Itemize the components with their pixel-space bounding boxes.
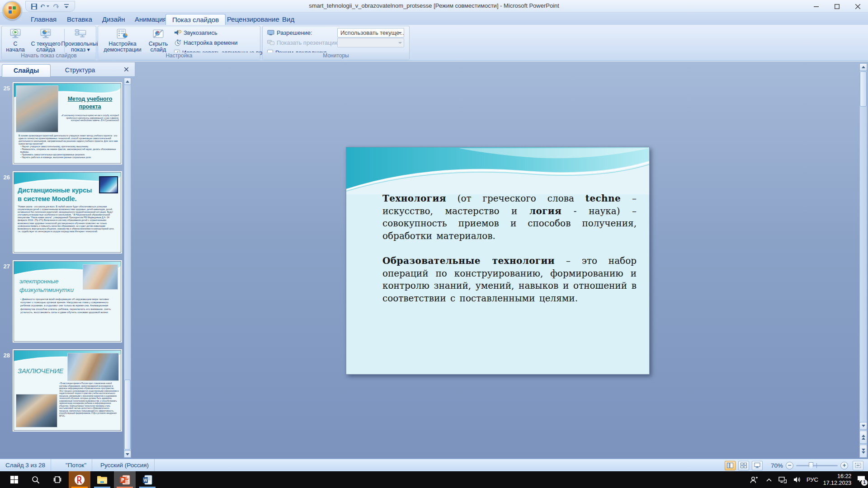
tab-glavnaya[interactable]: Главная bbox=[24, 14, 63, 25]
thumbnails-scroll-down-button[interactable] bbox=[124, 450, 131, 458]
network-tray-icon[interactable] bbox=[776, 471, 789, 488]
customize-qat-button[interactable] bbox=[62, 2, 71, 11]
from-current-slide-button[interactable]: С текущего слайда bbox=[29, 28, 62, 53]
file-explorer-taskbar-button[interactable] bbox=[91, 471, 113, 488]
ribbon-tab-row: Главная Вставка Дизайн Анимация Показ сл… bbox=[0, 13, 868, 25]
zoom-slider-handle[interactable] bbox=[809, 462, 813, 469]
fit-to-window-button[interactable] bbox=[853, 461, 863, 470]
custom-slideshow-button[interactable]: Произвольный показ ▾ bbox=[66, 28, 95, 53]
window-title: smart_tehnologii_v_obrazovatelnom_protse… bbox=[181, 0, 687, 12]
show-on-dropdown bbox=[337, 38, 404, 47]
slide-text-paragraph-2[interactable]: Образовательные технологии – это набор о… bbox=[382, 255, 637, 305]
slide28-photo-classroom bbox=[67, 353, 119, 381]
notification-badge: 1 bbox=[861, 479, 868, 486]
thumbnails-scrollbar-thumb[interactable] bbox=[124, 380, 131, 450]
group-monitors: Разрешение: Использовать текуще... Показ… bbox=[262, 26, 410, 60]
setup-slideshow-button[interactable]: Настройка демонстрации bbox=[102, 28, 143, 53]
slide-text-paragraph-1[interactable]: Технология (от греческого слова techne –… bbox=[382, 192, 637, 242]
slide26-clipart-computer bbox=[99, 176, 118, 193]
tab-outline[interactable]: Структура bbox=[52, 64, 108, 77]
theme-name[interactable]: "Поток" bbox=[60, 459, 92, 472]
slide-counter[interactable]: Слайд 3 из 28 bbox=[0, 459, 51, 472]
group-start-slideshow: С начала С текущего слайда Произвольный … bbox=[1, 26, 96, 60]
yandex-browser-icon bbox=[74, 474, 85, 485]
start-button[interactable] bbox=[4, 471, 24, 488]
show-on-monitor-icon bbox=[267, 40, 274, 46]
zoom-slider[interactable] bbox=[796, 465, 838, 466]
tab-pokaz-slaydov[interactable]: Показ слайдов bbox=[165, 14, 226, 25]
tab-vstavka[interactable]: Вставка bbox=[61, 14, 99, 25]
save-button[interactable] bbox=[29, 2, 38, 11]
group-label-setup: Настройка bbox=[98, 52, 260, 60]
slide27-photo-children bbox=[83, 264, 118, 290]
word-icon bbox=[142, 475, 152, 485]
show-presentation-on-row: Показать презентацию на: bbox=[267, 38, 349, 47]
main-scroll-down-button[interactable] bbox=[859, 422, 867, 430]
yandex-browser-taskbar-button[interactable] bbox=[69, 471, 90, 488]
slide-canvas[interactable]: Технология (от греческого слова techne –… bbox=[346, 147, 650, 375]
normal-view-button[interactable] bbox=[725, 461, 736, 470]
record-narration-button[interactable]: Звукозапись bbox=[174, 28, 217, 37]
zoom-level[interactable]: 70% bbox=[771, 462, 783, 469]
thumbnail-slide-25[interactable]: Метод учебного проекта «К школьнику отно… bbox=[14, 83, 121, 164]
tab-vid[interactable]: Вид bbox=[276, 14, 301, 25]
task-view-button[interactable] bbox=[47, 471, 68, 488]
resolution-dropdown[interactable]: Использовать текуще... bbox=[337, 28, 404, 38]
maximize-button[interactable] bbox=[826, 0, 847, 13]
tray-time: 16:22 bbox=[823, 473, 852, 480]
dropdown-arrow-icon bbox=[398, 42, 402, 44]
thumbnails-scroll-up-button[interactable] bbox=[124, 78, 131, 85]
title-bar: smart_tehnologii_v_obrazovatelnom_protse… bbox=[0, 0, 868, 13]
previous-slide-button[interactable] bbox=[859, 431, 867, 444]
tab-dizayn[interactable]: Дизайн bbox=[96, 14, 131, 25]
group-setup: Настройка демонстрации Скрыть слайд Звук… bbox=[98, 26, 260, 60]
volume-tray-icon[interactable] bbox=[790, 471, 804, 488]
people-tray-icon[interactable] bbox=[747, 471, 761, 488]
ribbon: С начала С текущего слайда Произвольный … bbox=[0, 25, 868, 61]
input-language-indicator[interactable]: РУС bbox=[805, 471, 820, 488]
clock-tray[interactable]: 16:22 17.12.2023 bbox=[821, 471, 854, 488]
redo-button[interactable] bbox=[51, 2, 60, 11]
rehearse-timings-button[interactable]: Настройка времени bbox=[174, 38, 238, 47]
thumbnail-slide-28[interactable]: ЗАКЛЮЧЕНИЕ • В настоящее время в России … bbox=[14, 350, 121, 431]
slide27-title: электронные физкультминутки bbox=[19, 277, 83, 294]
from-beginning-button[interactable]: С начала bbox=[4, 28, 27, 53]
thumbnail-slide-27[interactable]: электронные физкультминутки • Девяносто … bbox=[14, 261, 121, 342]
slideshow-view-button[interactable] bbox=[752, 461, 763, 470]
powerpoint-taskbar-button[interactable] bbox=[114, 471, 136, 488]
status-bar-right: 70% − + bbox=[725, 459, 863, 472]
office-button[interactable] bbox=[3, 1, 22, 20]
next-slide-button[interactable] bbox=[859, 445, 867, 458]
thumbnail-slide-26[interactable]: Дистанционные курсы в системе Moodle. "Н… bbox=[14, 172, 121, 253]
undo-dropdown-arrow-icon[interactable] bbox=[47, 5, 49, 7]
hide-slide-button[interactable]: Скрыть слайд bbox=[145, 28, 171, 53]
slide25-photo-child bbox=[16, 85, 58, 132]
undo-button[interactable] bbox=[40, 2, 49, 11]
main-scrollbar-thumb[interactable] bbox=[860, 71, 867, 107]
tab-slides[interactable]: Слайды bbox=[2, 64, 51, 77]
window-controls bbox=[806, 0, 868, 13]
language-indicator[interactable]: Русский (Россия) bbox=[95, 459, 155, 472]
pane-close-button[interactable] bbox=[122, 65, 130, 73]
action-center-button[interactable]: 1 bbox=[854, 471, 868, 488]
taskbar: РУС 16:22 17.12.2023 1 bbox=[0, 471, 868, 488]
thumbnail-26-number: 26 bbox=[0, 174, 10, 181]
minimize-button[interactable] bbox=[806, 0, 826, 13]
zoom-out-button[interactable]: − bbox=[786, 462, 793, 469]
powerpoint-icon bbox=[119, 475, 130, 485]
hidden-icons-chevron[interactable] bbox=[763, 471, 775, 488]
close-button[interactable] bbox=[847, 0, 868, 13]
zoom-in-button[interactable]: + bbox=[840, 462, 848, 469]
slide28-body: • В настоящее время в России идет станов… bbox=[59, 382, 119, 428]
main-scrollbar[interactable] bbox=[859, 63, 867, 458]
dropdown-arrow-icon bbox=[398, 32, 402, 34]
word-taskbar-button[interactable] bbox=[137, 471, 158, 488]
office-logo-icon bbox=[9, 6, 16, 14]
search-button[interactable] bbox=[25, 471, 46, 488]
slide27-body: • Девяносто процентов всей информации об… bbox=[20, 298, 113, 314]
slides-outline-pane-tabs: Слайды Структура bbox=[0, 62, 135, 77]
thumbnail-28-number: 28 bbox=[0, 352, 10, 359]
main-scroll-up-button[interactable] bbox=[859, 63, 867, 71]
slide28-photo-laptop bbox=[16, 394, 57, 427]
slide-sorter-view-button[interactable] bbox=[738, 461, 749, 470]
